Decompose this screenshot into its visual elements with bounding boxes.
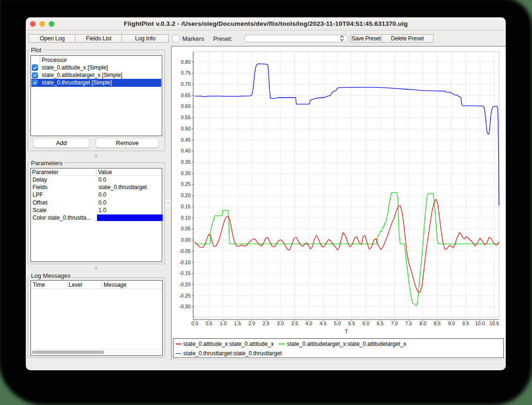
svg-text:0.25: 0.25 (181, 181, 191, 187)
svg-text:6.5: 6.5 (377, 321, 384, 326)
svg-text:10.5: 10.5 (489, 321, 499, 326)
svg-text:7.5: 7.5 (405, 321, 412, 326)
svg-text:0.05: 0.05 (181, 226, 191, 231)
svg-text:1.5: 1.5 (234, 321, 241, 326)
svg-text:3.0: 3.0 (277, 321, 284, 326)
svg-text:0.70: 0.70 (181, 81, 191, 86)
svg-text:0.20: 0.20 (181, 192, 191, 198)
svg-text:0.30: 0.30 (181, 170, 191, 176)
svg-text:0.10: 0.10 (181, 214, 191, 220)
svg-text:-0.10: -0.10 (180, 259, 191, 265)
svg-text:0.50: 0.50 (181, 125, 191, 131)
svg-text:-0.05: -0.05 (180, 248, 191, 253)
svg-text:2.0: 2.0 (248, 321, 255, 326)
svg-text:0.65: 0.65 (181, 92, 191, 98)
svg-text:8.0: 8.0 (420, 321, 427, 326)
svg-text:0.45: 0.45 (181, 137, 191, 142)
svg-text:4.5: 4.5 (320, 321, 327, 326)
svg-text:T: T (345, 328, 348, 334)
svg-text:2.5: 2.5 (263, 321, 270, 326)
svg-text:4.0: 4.0 (306, 321, 313, 326)
svg-text:0.00: 0.00 (181, 237, 191, 243)
svg-text:9.5: 9.5 (463, 321, 470, 326)
svg-text:0.60: 0.60 (181, 103, 191, 109)
svg-text:0.5: 0.5 (206, 321, 213, 326)
svg-text:5.0: 5.0 (334, 321, 341, 326)
svg-text:0.0: 0.0 (191, 321, 198, 326)
svg-text:0.55: 0.55 (181, 115, 191, 120)
svg-text:0.35: 0.35 (181, 159, 191, 165)
svg-text:-0.25: -0.25 (180, 292, 191, 298)
svg-text:3.5: 3.5 (291, 321, 298, 326)
svg-text:-0.30: -0.30 (180, 304, 191, 309)
svg-text:10.0: 10.0 (475, 321, 485, 326)
svg-text:1.0: 1.0 (220, 321, 227, 326)
svg-text:0.40: 0.40 (181, 148, 191, 153)
svg-text:0.15: 0.15 (181, 203, 191, 209)
svg-text:0.80: 0.80 (181, 59, 191, 64)
svg-text:5.5: 5.5 (348, 321, 355, 326)
svg-text:-0.20: -0.20 (180, 281, 191, 287)
svg-text:-0.15: -0.15 (180, 270, 191, 276)
svg-text:0.75: 0.75 (181, 70, 191, 76)
svg-text:6.0: 6.0 (363, 321, 370, 326)
svg-text:7.0: 7.0 (391, 321, 398, 326)
svg-text:8.5: 8.5 (434, 321, 441, 326)
svg-text:9.0: 9.0 (448, 321, 455, 326)
